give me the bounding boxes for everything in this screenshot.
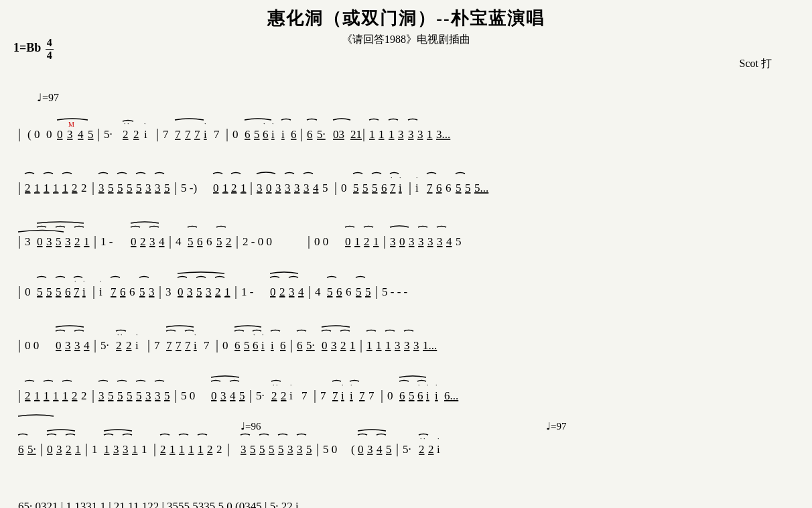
- r5-bar2: |: [147, 337, 150, 353]
- r3-n31: 4: [446, 235, 452, 248]
- r4-beam7: [196, 277, 206, 278]
- r3-bigbeam2: [131, 222, 159, 223]
- r6-n4: 1: [53, 389, 59, 402]
- r2-bar3: |: [250, 180, 253, 195]
- r6-n13: 3: [145, 389, 151, 402]
- r5-n1: 0 0: [25, 339, 39, 352]
- r4-beam3: [74, 277, 82, 278]
- r1-beam5: [281, 119, 291, 121]
- r5-n10: 7: [166, 339, 172, 352]
- r2-n39: 5: [465, 182, 471, 194]
- r6-n28: 7: [368, 389, 375, 402]
- r6-beam9: [230, 381, 239, 382]
- r7-beam12: [297, 434, 306, 436]
- r6-n30: 6: [399, 389, 405, 402]
- r1-n10: 7: [163, 128, 169, 141]
- r7-n16: 1: [188, 443, 194, 456]
- r1-n13: 7: [194, 128, 200, 141]
- r6-i1: i: [289, 389, 293, 402]
- r6-beam3: [62, 381, 72, 382]
- r3-n17: 5: [216, 235, 222, 248]
- r6-beam11: [332, 381, 341, 382]
- r6-bigbeam: [211, 376, 239, 377]
- r4-beam12: [356, 277, 365, 278]
- r4-n18: 1: [224, 285, 230, 298]
- r6-n5: 1: [62, 389, 68, 402]
- r6-beam12: [350, 381, 359, 382]
- r3-bar4: |: [308, 233, 310, 249]
- r4-n12: 3: [165, 285, 172, 298]
- r4-bar1: |: [92, 283, 95, 299]
- r1-bar5: |: [362, 126, 365, 141]
- r4-n9: 6: [129, 285, 135, 298]
- r4-bar5: |: [375, 283, 378, 299]
- r7-beam6: [160, 434, 170, 436]
- r3-n5: 3: [65, 235, 71, 248]
- r3-n13: 4: [176, 235, 182, 248]
- r6-bar-start: |: [18, 387, 21, 403]
- r4-n25: 5: [327, 285, 333, 298]
- r1-n29: 3: [408, 128, 414, 141]
- r5-beam1: [56, 330, 65, 332]
- time-signature: 4 4: [46, 37, 54, 61]
- page: 惠化洞（或双门洞）--朴宝蓝演唱 《请回答1988》电视剧插曲 1=Bb 4 4…: [0, 0, 812, 508]
- r7-n28: 5 0: [323, 443, 337, 456]
- r1-n31: 1: [427, 128, 433, 141]
- r7-n7: 1: [92, 443, 98, 456]
- r6-n19: 4: [230, 389, 236, 402]
- r4-i1: i: [82, 285, 86, 298]
- r7-n27: 5: [306, 443, 312, 456]
- r2-bar1: |: [92, 180, 94, 195]
- r2-n21: 3: [257, 182, 263, 194]
- key-signature: 1=Bb 4 4: [13, 37, 54, 61]
- r5-i1: i: [135, 339, 139, 352]
- r1-bar4: |: [300, 126, 303, 141]
- r4-n10: 5: [139, 285, 145, 298]
- barline-r1-start: |: [18, 126, 21, 141]
- r7-n6: 1: [75, 443, 81, 456]
- r1-n17: 5: [254, 128, 260, 141]
- r2-n4: 1: [53, 182, 59, 194]
- r1-beam9: [389, 119, 398, 121]
- r4-n3: 5: [46, 285, 52, 298]
- r7-bar1: |: [40, 441, 43, 456]
- r1-dot-i3: ·: [272, 120, 274, 127]
- r6-n20: 5: [239, 389, 245, 402]
- r1-n9: 2: [133, 128, 139, 141]
- r1-n2: 0: [46, 128, 52, 141]
- r7-n3: 0: [47, 443, 53, 456]
- r1-beam8: [369, 119, 379, 121]
- r4-bar2: |: [159, 283, 161, 299]
- r7-bar6: |: [396, 441, 399, 456]
- r7-beam11: [278, 434, 287, 436]
- tempo-96: ♩=96: [241, 421, 261, 432]
- r1-beam10: [408, 119, 417, 121]
- r5-n6: 5·: [100, 339, 109, 352]
- r7-beam9: [241, 434, 250, 436]
- r4-n20: 0: [270, 285, 276, 298]
- time-den: 4: [46, 50, 54, 62]
- r2-n14: 3: [155, 182, 161, 194]
- r6-n2: 1: [34, 389, 40, 402]
- r3-beam8: [345, 227, 354, 228]
- r1-n11: 7: [175, 128, 181, 141]
- r1-i2: i: [204, 128, 207, 141]
- r4-n13: 0: [178, 285, 184, 298]
- music-score: ♩=97 | ( 0 0 0 M 3 4 5 | 5· · · 2 2 · i …: [17, 88, 807, 508]
- r6-bar2: |: [174, 387, 177, 403]
- r7-beam13: [358, 434, 367, 436]
- tempo-97-2: ♩=97: [546, 421, 567, 432]
- r4-beam5: [139, 277, 149, 278]
- r3-n20: 0 0: [314, 235, 328, 248]
- r2-n17: 0: [213, 182, 219, 194]
- r5-dot-6: ·: [253, 331, 255, 338]
- author-label: Scot 打: [740, 57, 772, 71]
- r1-n8: 2: [123, 128, 129, 141]
- r3-beam5: [149, 227, 159, 228]
- r5-n25: 1: [350, 339, 356, 352]
- r5-bigbeam: [56, 326, 84, 327]
- r4-n14: 3: [187, 285, 193, 298]
- r7-n5: 2: [66, 443, 72, 456]
- r5-n18: i: [271, 339, 274, 352]
- r5-beam2: [74, 330, 84, 332]
